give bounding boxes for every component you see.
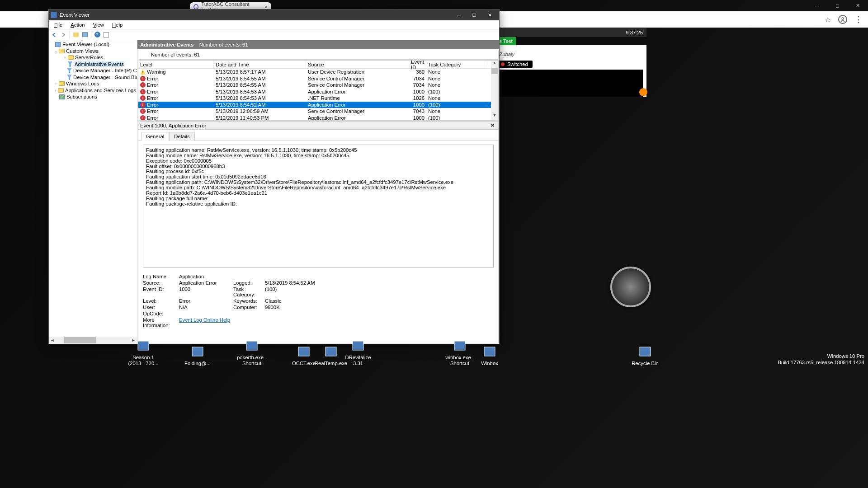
svg-rect-4 xyxy=(298,347,309,356)
detail-close-icon[interactable]: ✕ xyxy=(489,122,496,128)
window-title: Event Viewer xyxy=(60,12,90,18)
tree-win-logs[interactable]: Windows Logs xyxy=(66,81,99,86)
desktop: ─ □ ✕ TutorABC Consultant System × ☆ ⋮ 9… xyxy=(0,0,868,488)
svg-rect-9 xyxy=(640,347,651,356)
main-title: Administrative Events xyxy=(140,42,194,47)
tree-app-svc[interactable]: Applications and Services Logs xyxy=(65,88,136,93)
tb-icon-1[interactable] xyxy=(72,31,80,39)
event-properties: Log Name:Application Source:Application … xyxy=(143,274,494,328)
os-info: Windows 10 Pro Build 17763.rs5_release.1… xyxy=(778,353,864,366)
panel-time: 9:37:25 xyxy=(626,30,643,35)
filter-icon[interactable] xyxy=(141,52,146,57)
col-eventid[interactable]: Event ID xyxy=(409,61,426,68)
tree-server-roles[interactable]: ServerRoles xyxy=(75,55,103,60)
tree-subs[interactable]: Subscriptions xyxy=(66,94,97,99)
svg-point-0 xyxy=(842,18,844,19)
tb-icon-3[interactable] xyxy=(102,31,110,39)
event-row[interactable]: !Error5/13/2019 8:54:52 AMApplication Er… xyxy=(138,102,491,108)
app-icon xyxy=(51,12,57,18)
chrome-menu-icon[interactable]: ⋮ xyxy=(854,14,863,24)
right-panel: 9:37:25 ce Test : Zubaly Switched xyxy=(493,28,646,99)
event-viewer-window: Event Viewer ─ □ ✕ File Action View Help… xyxy=(48,9,500,344)
event-message[interactable]: Faulting application name: RstMwService.… xyxy=(143,145,494,267)
tree-root[interactable]: Event Viewer (Local) xyxy=(62,42,109,47)
back-button[interactable] xyxy=(51,31,59,39)
forward-button[interactable] xyxy=(60,31,68,39)
svg-rect-1 xyxy=(138,341,149,350)
tree-custom-views[interactable]: Custom Views xyxy=(66,48,99,54)
expand-icon[interactable]: › xyxy=(62,55,67,60)
expand-icon[interactable]: ⌄ xyxy=(53,49,58,53)
tree-admin-events[interactable]: Administrative Events xyxy=(75,61,124,67)
desktop-icon[interactable]: Recycle Bin xyxy=(628,343,662,366)
filter-count: Number of events: 61 xyxy=(151,52,200,57)
svg-rect-5 xyxy=(326,347,336,356)
bg-window-buttons: ─ □ ✕ xyxy=(807,0,868,11)
main-count: Number of events: 61 xyxy=(199,42,248,47)
bg-max[interactable]: □ xyxy=(827,0,848,11)
event-row[interactable]: !Error5/13/2019 8:54:55 AMService Contro… xyxy=(138,75,491,82)
close-button[interactable]: ✕ xyxy=(482,9,497,20)
detail-tabs: General Details xyxy=(138,130,498,141)
detail-pane: Event 1000, Application Error ✕ General … xyxy=(138,121,499,343)
desktop-icon[interactable]: pokerth.exe - Shortcut xyxy=(235,338,269,366)
menu-action[interactable]: Action xyxy=(67,21,88,28)
main-pane: Administrative Events Number of events: … xyxy=(137,40,499,344)
filter-bar: Number of events: 61 xyxy=(138,50,499,60)
col-level[interactable]: Level xyxy=(138,61,214,68)
event-vscrollbar[interactable]: ▲▼ xyxy=(491,61,498,120)
svg-rect-8 xyxy=(484,347,495,356)
menubar: File Action View Help xyxy=(49,20,499,29)
tb-icon-2[interactable] xyxy=(81,31,89,39)
clock-gadget[interactable] xyxy=(610,267,651,307)
online-help-link[interactable]: Event Log Online Help xyxy=(179,317,328,328)
svg-rect-2 xyxy=(192,347,203,356)
toolbar: ? xyxy=(49,29,499,40)
col-date[interactable]: Date and Time xyxy=(214,61,306,68)
event-row[interactable]: !Error5/13/2019 12:08:59 AMService Contr… xyxy=(138,108,491,115)
orange-indicator xyxy=(639,88,647,96)
expand-icon[interactable]: › xyxy=(53,81,58,86)
col-source[interactable]: Source xyxy=(306,61,409,68)
bookmark-icon[interactable]: ☆ xyxy=(825,15,831,24)
panel-blackbox xyxy=(496,70,643,97)
tree-hscrollbar[interactable]: ◄► xyxy=(49,337,137,344)
tab-general[interactable]: General xyxy=(141,132,169,141)
maximize-button[interactable]: □ xyxy=(467,9,482,20)
svg-rect-6 xyxy=(353,341,363,350)
event-row[interactable]: !Error5/12/2019 11:40:53 PMApplication E… xyxy=(138,115,491,121)
nav-tree[interactable]: Event Viewer (Local) ⌄Custom Views ›Serv… xyxy=(49,40,137,344)
menu-view[interactable]: View xyxy=(90,21,108,28)
menu-help[interactable]: Help xyxy=(108,21,126,28)
bg-close[interactable]: ✕ xyxy=(848,0,868,11)
detail-header: Event 1000, Application Error ✕ xyxy=(138,122,498,130)
panel-name: : Zubaly xyxy=(493,45,646,61)
desktop-icon[interactable]: Folding@... xyxy=(181,343,214,366)
event-row[interactable]: !Error5/13/2019 8:54:53 AM.NET Runtime10… xyxy=(138,95,491,102)
bg-min[interactable]: ─ xyxy=(807,0,827,11)
svg-rect-7 xyxy=(454,341,465,350)
detail-title: Event 1000, Application Error xyxy=(140,123,206,128)
desktop-icon[interactable]: Season 1 (2013 - 720... xyxy=(127,338,160,366)
svg-rect-3 xyxy=(246,341,257,350)
desktop-icon[interactable]: DRevitalize 3.31 xyxy=(341,338,375,366)
desktop-icon[interactable]: Winbox xyxy=(473,343,506,366)
menu-file[interactable]: File xyxy=(51,21,66,28)
event-row[interactable]: !Error5/13/2019 8:54:53 AMApplication Er… xyxy=(138,89,491,95)
profile-icon[interactable] xyxy=(838,15,847,24)
column-headers[interactable]: Level Date and Time Source Event ID Task… xyxy=(138,61,491,69)
help-button[interactable]: ? xyxy=(93,31,101,39)
col-category[interactable]: Task Category xyxy=(426,61,485,68)
minimize-button[interactable]: ─ xyxy=(451,9,467,20)
event-row[interactable]: !Warning5/13/2019 8:57:17 AMUser Device … xyxy=(138,69,491,75)
event-row[interactable]: !Error5/13/2019 8:54:55 AMService Contro… xyxy=(138,82,491,89)
tree-dev2[interactable]: Device Manager - Sound Blaster Z xyxy=(73,75,137,80)
expand-icon[interactable]: › xyxy=(53,88,58,93)
desktop-icon[interactable]: winbox.exe - Shortcut xyxy=(443,338,476,366)
event-list[interactable]: Level Date and Time Source Event ID Task… xyxy=(138,60,499,121)
tab-details[interactable]: Details xyxy=(169,132,195,141)
switch-badge: Switched xyxy=(496,61,533,68)
main-header: Administrative Events Number of events: … xyxy=(137,40,499,49)
tree-dev1[interactable]: Device Manager - Intel(R) Chipset SA xyxy=(73,68,137,73)
titlebar[interactable]: Event Viewer ─ □ ✕ xyxy=(49,9,499,20)
